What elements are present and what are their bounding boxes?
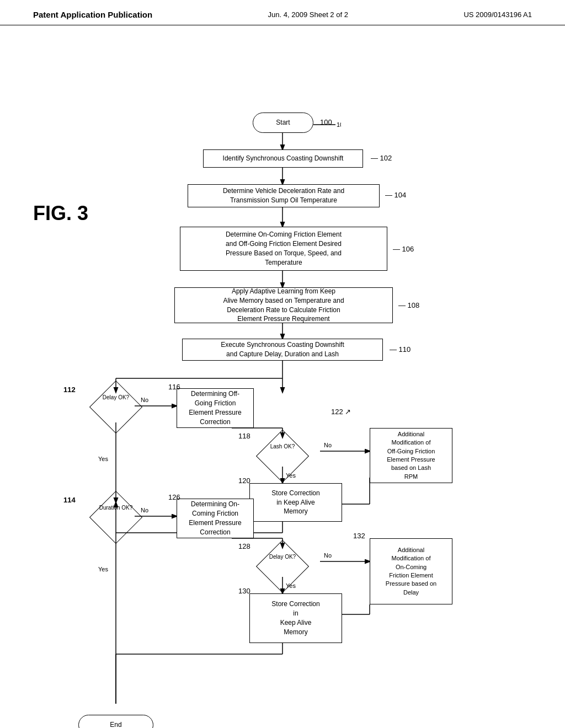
label-112: 112: [63, 386, 76, 394]
diamond-118: Lash OK?: [255, 437, 310, 475]
diamond-128: Delay OK?: [255, 548, 310, 585]
label-132: 132: [353, 532, 365, 540]
end-box: End: [78, 715, 153, 728]
label-118: 118: [238, 432, 250, 440]
box-126: Determining On- Coming Friction Element …: [177, 499, 254, 538]
header-publication-label: Patent Application Publication: [33, 10, 152, 19]
label-122: 122 ↗: [331, 408, 351, 416]
label-106: — 106: [393, 245, 414, 253]
start-arrow: 100: [313, 120, 341, 129]
svg-text:Yes: Yes: [98, 566, 108, 572]
page-header: Patent Application Publication Jun. 4, 2…: [0, 0, 565, 25]
label-130: 130: [238, 587, 250, 595]
start-box: Start: [253, 113, 313, 133]
label-102: — 102: [371, 154, 392, 162]
box-108: Apply Adaptive Learning from Keep Alive …: [174, 287, 393, 323]
box-132: Additional Modification of On-Coming Fri…: [370, 538, 452, 604]
box-120: Store Correction in Keep Alive Memory: [249, 483, 342, 522]
box-106: Determine On-Coming Friction Element and…: [180, 227, 387, 271]
label-116: 116: [168, 383, 180, 391]
header-patent-number: US 2009/0143196 A1: [463, 10, 532, 19]
diamond-114: Duration OK?: [88, 499, 143, 536]
svg-text:100: 100: [337, 121, 341, 128]
label-114: 114: [63, 496, 76, 504]
svg-text:No: No: [324, 552, 332, 559]
flowchart-diagram: FIG. 3 Yes No No: [0, 31, 565, 704]
box-102: Identify Synchronous Coasting Downshift: [203, 149, 363, 168]
label-108: — 108: [398, 301, 419, 309]
diamond-112: Delay OK?: [88, 388, 143, 426]
svg-text:No: No: [324, 442, 332, 448]
svg-text:Yes: Yes: [98, 456, 108, 462]
label-126: 126: [168, 493, 180, 501]
box-122: Additional Modification of Off-Going Fri…: [370, 428, 452, 483]
box-104: Determine Vehicle Deceleration Rate and …: [188, 184, 380, 207]
box-116: Determining Off- Going Friction Element …: [177, 388, 254, 428]
box-130: Store Correction in Keep Alive Memory: [249, 593, 342, 643]
label-110: — 110: [390, 345, 411, 354]
header-date-sheet: Jun. 4, 2009 Sheet 2 of 2: [268, 10, 348, 19]
figure-label: FIG. 3: [33, 202, 88, 225]
box-110: Execute Synchronous Coasting Downshift a…: [182, 339, 383, 361]
label-120: 120: [238, 477, 250, 485]
label-104: — 104: [385, 191, 406, 199]
label-128: 128: [238, 542, 250, 550]
